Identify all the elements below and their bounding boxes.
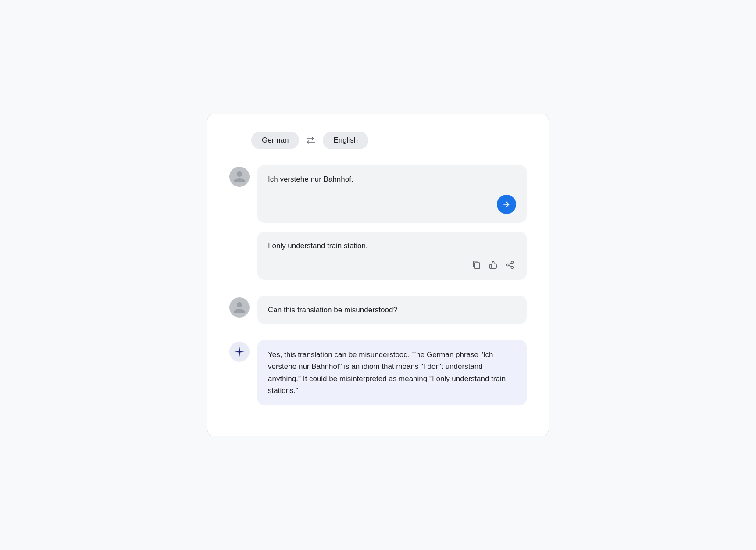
- svg-point-1: [507, 264, 509, 266]
- main-container: German English Ich verstehe nur Bahnhof.: [207, 114, 549, 436]
- feedback-button[interactable]: [487, 259, 499, 271]
- translate-button[interactable]: [497, 195, 516, 214]
- source-text-bubble: Ich verstehe nur Bahnhof.: [257, 165, 527, 223]
- source-language-button[interactable]: German: [251, 132, 299, 149]
- user-input-row: Ich verstehe nur Bahnhof.: [229, 165, 527, 223]
- user-avatar: [229, 167, 250, 187]
- source-text: Ich verstehe nur Bahnhof.: [268, 174, 516, 185]
- translation-actions: [268, 259, 516, 271]
- user-question-bubble: Can this translation be misunderstood?: [257, 296, 527, 325]
- svg-line-4: [509, 263, 511, 264]
- translation-text: I only understand train station.: [268, 240, 516, 252]
- svg-point-0: [511, 261, 514, 263]
- user-question-row: Can this translation be misunderstood?: [229, 296, 527, 325]
- language-bar: German English: [229, 132, 527, 149]
- ai-response-text: Yes, this translation can be misundersto…: [268, 350, 506, 395]
- user-question-text: Can this translation be misunderstood?: [268, 306, 397, 314]
- translation-bubble: I only understand train station.: [257, 232, 527, 280]
- copy-button[interactable]: [471, 259, 483, 271]
- share-button[interactable]: [504, 259, 516, 271]
- translation-row: I only understand train station.: [257, 232, 527, 280]
- swap-icon[interactable]: [306, 137, 316, 144]
- user-avatar-2: [229, 297, 250, 318]
- target-language-button[interactable]: English: [323, 132, 368, 149]
- ai-response-row: Yes, this translation can be misundersto…: [229, 340, 527, 405]
- svg-point-2: [511, 266, 514, 268]
- ai-avatar: [229, 342, 250, 362]
- ai-response-bubble: Yes, this translation can be misundersto…: [257, 340, 527, 405]
- svg-line-3: [509, 265, 511, 267]
